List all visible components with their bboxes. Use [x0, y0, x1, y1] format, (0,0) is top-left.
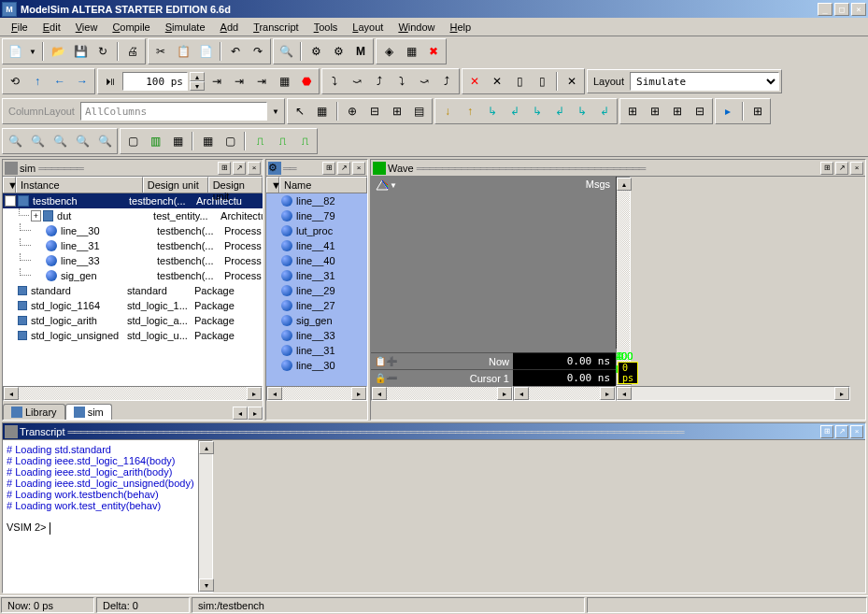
pane-dock-button[interactable]: ⊞ [218, 162, 231, 175]
step-out-button[interactable]: ⤴ [369, 71, 390, 92]
name-list-item[interactable]: line__40 [266, 253, 367, 268]
scroll-left-button[interactable]: ◂ [4, 387, 19, 400]
menu-add[interactable]: Add [213, 20, 247, 35]
cursor-button-2[interactable]: ✕ [487, 71, 507, 92]
wave-btn-3[interactable]: ↳ [482, 101, 503, 121]
tree-row[interactable]: sig_gentestbench(...Process [3, 268, 263, 283]
wave-btn-8[interactable]: ↲ [594, 101, 615, 121]
misc-icon[interactable]: ✕ [562, 71, 582, 92]
redo-button[interactable]: ↷ [248, 41, 268, 62]
tree-expand-button[interactable]: + [31, 210, 41, 221]
tree-expand-button[interactable]: - [5, 195, 16, 207]
tree-row[interactable]: line__33testbench(...Process [3, 253, 263, 268]
back-button[interactable]: ← [50, 71, 70, 92]
wave-opt-4[interactable]: ⊟ [690, 101, 710, 121]
menu-window[interactable]: Window [391, 20, 442, 35]
name-list-item[interactable]: line__82 [266, 193, 367, 208]
wave-cursor-marker[interactable]: 0 ps [618, 362, 638, 384]
wave-sig-hscroll[interactable]: ◂▸ [371, 386, 513, 401]
tool-icon-1[interactable]: ◈ [378, 41, 399, 62]
name-list-item[interactable]: lut_proc [266, 223, 367, 238]
compile-button[interactable]: ⚙ [306, 41, 326, 62]
name-list-item[interactable]: line__31 [266, 343, 367, 358]
menu-edit[interactable]: Edit [36, 20, 68, 35]
tree-row[interactable]: standardstandardPackage [3, 283, 263, 298]
menu-tools[interactable]: Tools [306, 20, 346, 35]
name-list-item[interactable]: line__33 [266, 328, 367, 343]
scroll-down-button[interactable]: ▾ [199, 578, 214, 592]
pane-close-button[interactable]: × [850, 162, 863, 175]
tab-library[interactable]: Library [3, 404, 65, 420]
format-btn-3[interactable]: ▦ [167, 131, 188, 151]
menu-simulate[interactable]: Simulate [158, 20, 213, 35]
scroll-up-button[interactable]: ▴ [617, 178, 632, 191]
wave-btn-5[interactable]: ↳ [527, 101, 548, 121]
name-list-item[interactable]: line__41 [266, 238, 367, 253]
menu-compile[interactable]: Compile [105, 20, 157, 35]
collapse-icon[interactable]: ⊟ [364, 101, 385, 121]
wave-btn-4[interactable]: ↲ [505, 101, 525, 121]
tree-icon-3[interactable]: ⊞ [387, 101, 407, 121]
pane-undock-button[interactable]: ↗ [233, 162, 246, 175]
menu-help[interactable]: Help [443, 20, 479, 35]
pointer-tool-button[interactable]: ↖ [290, 101, 310, 121]
bookmark-button-2[interactable]: ▯ [532, 71, 552, 92]
pane-close-button[interactable]: × [352, 162, 365, 175]
wave-opt-3[interactable]: ⊞ [667, 101, 688, 121]
tab-scroll-left[interactable]: ◂ [233, 407, 248, 420]
copy-button[interactable]: 📋 [173, 41, 193, 62]
tree-row[interactable]: std_logic_arithstd_logic_a...Package [3, 313, 263, 328]
run-length-input[interactable] [122, 72, 188, 91]
scroll-left-button[interactable]: ◂ [267, 387, 282, 400]
step-into-button[interactable]: ⤵ [324, 71, 345, 92]
menu-layout[interactable]: Layout [345, 20, 391, 35]
tree-row[interactable]: std_logic_1164std_logic_1...Package [3, 298, 263, 313]
prism-icon[interactable] [375, 178, 390, 192]
up-button[interactable]: ↑ [27, 71, 48, 92]
name-list-item[interactable]: line__27 [266, 298, 367, 313]
scroll-right-button[interactable]: ▸ [351, 387, 366, 400]
pane-close-button[interactable]: × [850, 425, 863, 438]
tab-sim[interactable]: sim [65, 404, 112, 420]
simulate-button[interactable]: M [350, 41, 371, 62]
cursor-del-button[interactable]: ✕ [464, 71, 485, 92]
name-list-item[interactable]: sig_gen [266, 313, 367, 328]
zoom-last-button[interactable]: 🔍 [94, 131, 115, 151]
misc-btn-2[interactable]: ⊞ [747, 101, 768, 121]
step-button-6[interactable]: ⤴ [436, 71, 457, 92]
name-list-item[interactable]: line__79 [266, 208, 367, 223]
dropdown-icon[interactable]: ▼ [27, 41, 38, 62]
tree-row[interactable]: std_logic_unsignedstd_logic_u...Package [3, 328, 263, 343]
tree-row[interactable]: line__31testbench(...Process [3, 238, 263, 253]
minimize-button[interactable]: _ [818, 3, 832, 16]
zoom-cursor-button[interactable]: 🔍 [72, 131, 92, 151]
cut-button[interactable]: ✂ [150, 41, 171, 62]
name-list-item[interactable]: line__30 [266, 358, 367, 373]
reload-icon[interactable]: ↻ [92, 41, 113, 62]
wave-plot-hscroll[interactable]: ◂▸ [616, 386, 850, 401]
wave-opt-1[interactable]: ⊞ [622, 101, 643, 121]
close-button[interactable]: × [851, 3, 866, 16]
pane-undock-button[interactable]: ↗ [835, 162, 848, 175]
undo-button[interactable]: ↶ [225, 41, 246, 62]
zoom-tool-icon[interactable]: ▦ [312, 101, 333, 121]
step-over-button[interactable]: ⤻ [347, 71, 367, 92]
find-button[interactable]: 🔍 [276, 41, 296, 62]
name-hscroll[interactable]: ◂ ▸ [266, 386, 367, 401]
menu-file[interactable]: File [4, 20, 36, 35]
break-button[interactable]: ✖ [423, 41, 444, 62]
tab-scroll-right[interactable]: ▸ [248, 407, 263, 420]
run-step-button[interactable]: ⏯ [100, 71, 121, 92]
name-list-item[interactable]: line__29 [266, 283, 367, 298]
wave-opt-2[interactable]: ⊞ [645, 101, 665, 121]
sim-hscroll[interactable]: ◂ ▸ [3, 386, 263, 401]
step-button-4[interactable]: ⤵ [391, 71, 412, 92]
tree-row[interactable]: +duttest_entity...Architectu [3, 208, 263, 223]
new-file-button[interactable]: 📄 [5, 41, 25, 62]
scroll-up-button[interactable]: ▴ [199, 441, 214, 454]
menu-transcript[interactable]: Transcript [246, 20, 306, 35]
continue-run-button[interactable]: ⇥ [229, 71, 249, 92]
signal-btn-1[interactable]: ⎍ [249, 131, 270, 151]
pane-close-button[interactable]: × [248, 162, 261, 175]
pane-dock-button[interactable]: ⊞ [820, 162, 833, 175]
